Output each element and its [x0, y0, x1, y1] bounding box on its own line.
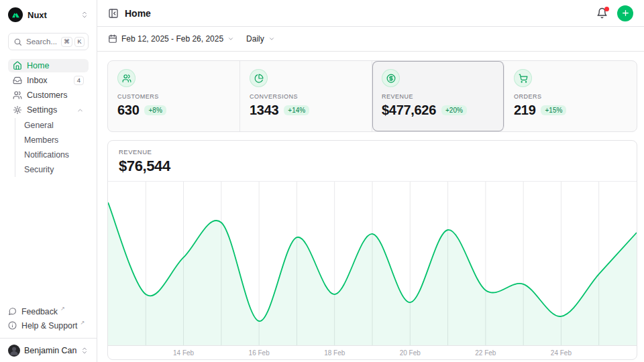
stat-card-orders[interactable]: ORDERS 219 +15%	[504, 61, 637, 131]
sidebar-item-inbox[interactable]: Inbox4	[8, 74, 89, 87]
chevron-up-icon	[76, 107, 84, 114]
x-tick-label: 18 Feb	[324, 349, 345, 357]
chevron-down-icon	[268, 36, 275, 42]
chart-plot[interactable]	[108, 182, 637, 346]
period-select[interactable]: Daily	[246, 34, 275, 44]
info-icon	[8, 321, 17, 330]
chart-value: $76,544	[119, 158, 626, 175]
user-menu[interactable]: Benjamin Canac	[8, 339, 89, 357]
stat-label: REVENUE	[382, 93, 494, 100]
circle-dollar-icon	[382, 69, 400, 87]
x-tick-label: 16 Feb	[249, 349, 270, 357]
inbox-icon	[13, 76, 22, 85]
stat-delta-badge: +8%	[144, 105, 166, 115]
x-tick-label: 20 Feb	[400, 349, 421, 357]
sidebar: Nuxt Search... ⌘K Home Inbox4 Customers …	[0, 0, 97, 362]
plus-icon	[621, 9, 630, 17]
users-icon	[117, 69, 136, 87]
stat-label: ORDERS	[514, 93, 627, 100]
chart-pie-icon	[250, 69, 268, 87]
calendar-icon	[108, 34, 117, 44]
avatar	[8, 345, 20, 357]
sidebar-link-feedback[interactable]: Feedback↗	[8, 304, 89, 318]
chart-label: REVENUE	[119, 148, 626, 156]
sidebar-item-label: Settings	[27, 105, 57, 115]
x-tick-label: 22 Feb	[475, 349, 496, 357]
nuxt-logo-icon	[8, 7, 23, 22]
add-button[interactable]	[617, 5, 633, 21]
settings-subnav: GeneralMembersNotificationsSecurity	[15, 118, 89, 177]
inbox-count-badge: 4	[74, 76, 84, 85]
sidebar-subitem-security[interactable]: Security	[24, 162, 89, 177]
stat-card-customers[interactable]: CUSTOMERS 630 +8%	[108, 61, 240, 131]
house-icon	[13, 61, 22, 70]
stat-card-revenue[interactable]: REVENUE $477,626 +20%	[372, 61, 504, 131]
user-name: Benjamin Canac	[24, 346, 76, 355]
footer-link-label: Feedback	[21, 307, 58, 316]
chart-header: REVENUE $76,544	[108, 141, 637, 182]
search-shortcut: ⌘K	[61, 37, 85, 47]
stats-row: CUSTOMERS 630 +8% CONVERSIONS 1343 +14% …	[107, 60, 637, 132]
external-link-icon: ↗	[80, 320, 85, 326]
x-tick-label: 24 Feb	[551, 349, 572, 357]
message-circle-icon	[8, 307, 17, 316]
main: Home Feb 12, 2025 - Feb 26, 2025	[97, 0, 644, 362]
sidebar-subitem-members[interactable]: Members	[24, 133, 89, 147]
content: CUSTOMERS 630 +8% CONVERSIONS 1343 +14% …	[97, 52, 644, 360]
kbd-k: K	[74, 37, 85, 47]
area-chart	[108, 182, 637, 346]
sidebar-link-help-support[interactable]: Help & Support↗	[8, 318, 89, 333]
users-icon	[13, 90, 22, 100]
stat-card-conversions[interactable]: CONVERSIONS 1343 +14%	[240, 61, 372, 131]
filters-toolbar: Feb 12, 2025 - Feb 26, 2025 Daily	[97, 27, 644, 52]
stat-value: 1343	[250, 103, 278, 118]
stat-label: CONVERSIONS	[250, 93, 362, 100]
stat-delta-badge: +14%	[284, 105, 309, 115]
kbd-cmd: ⌘	[61, 37, 72, 47]
workspace-switcher[interactable]: Nuxt	[8, 7, 89, 23]
gear-icon	[13, 105, 22, 115]
stat-delta-badge: +20%	[441, 105, 467, 115]
revenue-chart-card: REVENUE $76,544 14 Feb16 Feb18 Feb20 Feb…	[107, 140, 637, 360]
stat-value: $477,626	[382, 103, 436, 118]
cart-icon	[514, 69, 532, 87]
sidebar-item-home[interactable]: Home	[8, 59, 89, 72]
footer-link-label: Help & Support	[21, 321, 77, 330]
sidebar-footer: Feedback↗ Help & Support↗ Benjamin Canac	[8, 304, 89, 357]
workspace-name: Nuxt	[28, 10, 76, 20]
chevron-up-down-icon	[80, 347, 89, 355]
top-header: Home	[97, 0, 644, 27]
sidebar-item-settings[interactable]: Settings	[8, 103, 89, 117]
sidebar-item-customers[interactable]: Customers	[8, 88, 89, 102]
sidebar-subitem-general[interactable]: General	[24, 118, 89, 133]
stat-value: 630	[117, 103, 139, 118]
chevron-up-down-icon	[80, 11, 89, 19]
collapse-sidebar-icon[interactable]	[108, 8, 119, 19]
sidebar-item-label: Home	[27, 61, 49, 70]
notifications-button[interactable]	[596, 7, 608, 19]
sidebar-nav: Home Inbox4 Customers SettingsGeneralMem…	[8, 59, 89, 180]
chevron-down-icon	[227, 36, 234, 42]
search-icon	[13, 38, 22, 46]
page-title: Home	[125, 8, 151, 19]
x-axis-ticks: 14 Feb16 Feb18 Feb20 Feb22 Feb24 Feb	[108, 346, 637, 360]
x-tick-label: 14 Feb	[173, 349, 194, 357]
sidebar-item-label: Customers	[27, 90, 67, 100]
search-input[interactable]: Search... ⌘K	[8, 33, 89, 50]
stat-label: CUSTOMERS	[117, 93, 230, 100]
notification-dot	[604, 7, 609, 11]
stat-delta-badge: +15%	[541, 105, 566, 115]
period-value: Daily	[246, 34, 264, 44]
dashboard-app: Nuxt Search... ⌘K Home Inbox4 Customers …	[0, 0, 644, 362]
date-range-picker[interactable]: Feb 12, 2025 - Feb 26, 2025	[108, 34, 234, 44]
sidebar-subitem-notifications[interactable]: Notifications	[24, 147, 89, 162]
search-placeholder: Search...	[26, 38, 57, 46]
external-link-icon: ↗	[60, 306, 65, 312]
sidebar-item-label: Inbox	[27, 76, 48, 85]
date-range-value: Feb 12, 2025 - Feb 26, 2025	[121, 34, 223, 44]
stat-value: 219	[514, 103, 535, 118]
